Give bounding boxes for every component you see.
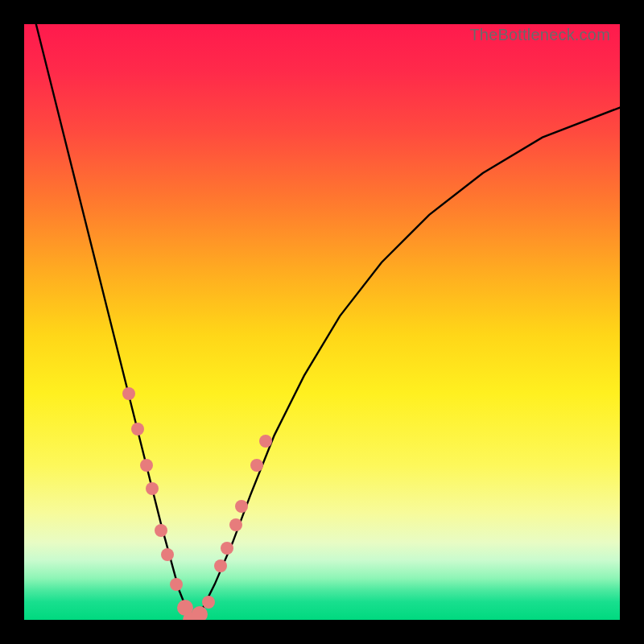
curve-marker [221,542,233,555]
curve-marker [250,459,263,472]
curve-marker [229,518,242,531]
chart-frame: TheBottleneck.com [0,0,644,644]
curve-marker [161,548,174,561]
plot-area: TheBottleneck.com [24,24,620,620]
watermark-text: TheBottleneck.com [469,26,610,44]
curve-marker [170,578,183,591]
curve-marker [122,387,135,400]
curve-marker [131,423,144,436]
bottleneck-curve [24,24,620,620]
curve-marker [259,435,272,448]
curve-marker [140,459,153,472]
